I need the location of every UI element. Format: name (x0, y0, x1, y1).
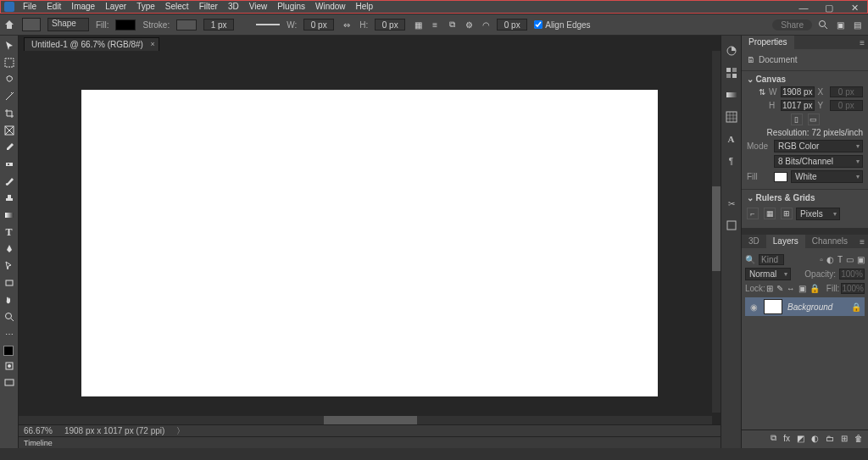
patterns-panel-icon[interactable] (725, 110, 738, 124)
zoom-tool-icon[interactable] (1, 308, 18, 325)
fg-color-icon[interactable] (3, 346, 14, 356)
swatches-panel-icon[interactable] (725, 66, 738, 80)
pen-tool-icon[interactable] (1, 241, 18, 258)
grid-icon[interactable]: ▦ (764, 208, 776, 219)
menu-filter[interactable]: Filter (194, 1, 223, 13)
stroke-color-swatch[interactable] (176, 19, 197, 30)
search-icon[interactable]: 🔍 (745, 255, 755, 264)
fg-bg-color-swatch[interactable] (3, 346, 15, 357)
marquee-tool-icon[interactable] (1, 54, 18, 71)
filter-shape-icon[interactable]: ▭ (846, 255, 854, 264)
quickmask-icon[interactable] (1, 357, 18, 374)
guides-icon[interactable]: ⊞ (781, 208, 793, 219)
canvas-height-input[interactable]: 1017 px (781, 100, 815, 111)
lock-all-icon[interactable]: 🔒 (810, 284, 820, 293)
gear-icon[interactable]: ⚙ (463, 19, 475, 30)
menu-type[interactable]: Type (131, 1, 160, 13)
window-minimize-button[interactable]: — (791, 1, 816, 14)
filter-adjust-icon[interactable]: ◐ (826, 255, 834, 264)
radius-icon[interactable]: ◠ (480, 19, 492, 30)
frame-tool-icon[interactable] (1, 122, 18, 139)
gradient-tool-icon[interactable] (1, 207, 18, 224)
h-scroll-thumb[interactable] (324, 416, 417, 424)
screenmode-icon[interactable] (1, 374, 18, 391)
layer-thumbnail[interactable] (764, 299, 782, 314)
tool-preset-swatch[interactable] (22, 18, 41, 31)
canvas-viewport[interactable] (19, 51, 721, 424)
menu-file[interactable]: File (18, 1, 42, 13)
menu-view[interactable]: View (244, 1, 273, 13)
layer-mask-icon[interactable]: ◩ (797, 434, 804, 443)
menu-window[interactable]: Window (310, 1, 351, 13)
gradients-panel-icon[interactable] (725, 88, 738, 102)
stroke-width-input[interactable]: 1 px (203, 19, 234, 30)
panel-menu-icon[interactable]: ≡ (856, 237, 868, 247)
lock-icon[interactable]: 🔒 (851, 302, 861, 312)
workspace-icon[interactable]: ▣ (834, 19, 846, 30)
canvas-width-input[interactable]: 1908 px (781, 86, 815, 97)
path-align-icon[interactable]: ≡ (429, 19, 441, 30)
path-select-tool-icon[interactable] (1, 258, 18, 274)
stroke-style-preview[interactable] (256, 24, 280, 25)
align-edges-input[interactable] (534, 20, 542, 29)
crop-tool-icon[interactable] (1, 105, 18, 122)
tool-mode-select[interactable]: Shape (47, 18, 89, 31)
menu-help[interactable]: Help (351, 1, 379, 13)
new-group-icon[interactable]: 🗀 (826, 434, 834, 443)
link-wh-icon[interactable]: ⇔ (341, 19, 353, 30)
share-button[interactable]: Share (772, 19, 812, 30)
vertical-scrollbar[interactable] (712, 51, 721, 413)
shape-tool-icon[interactable] (1, 274, 18, 291)
layer-style-icon[interactable]: fx (783, 434, 790, 443)
orientation-icon[interactable]: ⇅ (759, 87, 765, 97)
character-panel-icon[interactable]: A (725, 132, 738, 146)
timeline-panel[interactable]: Timeline (19, 436, 721, 448)
ruler-icon[interactable]: ⌐ (747, 208, 759, 219)
link-layers-icon[interactable]: ⧉ (771, 433, 776, 443)
document-tab[interactable]: Untitled-1 @ 66.7% (RGB/8#) × (24, 37, 159, 51)
blend-mode-select[interactable]: Normal (745, 268, 791, 280)
color-mode-select[interactable]: RGB Color (774, 140, 863, 152)
filter-pixel-icon[interactable]: ▫ (820, 255, 823, 264)
filter-smart-icon[interactable]: ▣ (857, 255, 865, 264)
lock-artboard-icon[interactable]: ▣ (798, 284, 806, 293)
window-close-button[interactable]: ✕ (842, 1, 867, 14)
delete-layer-icon[interactable]: 🗑 (854, 434, 863, 443)
libraries-panel-icon[interactable] (725, 219, 738, 232)
v-scroll-thumb[interactable] (712, 186, 721, 271)
document-canvas[interactable] (81, 90, 658, 396)
heal-tool-icon[interactable] (1, 156, 18, 173)
more-tools-icon[interactable]: ⋯ (1, 325, 18, 342)
statusbar-chevron-icon[interactable]: 〉 (176, 425, 185, 437)
path-arrange-icon[interactable]: ⧉ (446, 19, 458, 30)
close-icon[interactable]: × (151, 40, 155, 48)
tab-3d[interactable]: 3D (742, 235, 766, 248)
new-layer-icon[interactable]: ⊞ (841, 434, 848, 443)
menu-select[interactable]: Select (160, 1, 194, 13)
visibility-icon[interactable]: ◉ (748, 302, 759, 312)
zoom-level[interactable]: 66.67% (24, 426, 53, 435)
search-icon[interactable] (817, 19, 829, 30)
chevron-down-icon[interactable]: ⌄ (747, 193, 754, 202)
menu-layer[interactable]: Layer (100, 1, 131, 13)
stamp-tool-icon[interactable] (1, 190, 18, 207)
bit-depth-select[interactable]: 8 Bits/Channel (774, 155, 863, 168)
home-icon[interactable] (3, 19, 15, 30)
opacity-input[interactable]: 100% (839, 269, 865, 280)
filter-type-icon[interactable]: T (837, 255, 843, 264)
eyedropper-tool-icon[interactable] (1, 139, 18, 156)
layer-name[interactable]: Background (787, 302, 832, 312)
lock-transparency-icon[interactable]: ⊞ (766, 284, 773, 293)
lasso-tool-icon[interactable] (1, 71, 18, 88)
chevron-down-icon[interactable]: ⌄ (747, 75, 754, 84)
wand-tool-icon[interactable] (1, 88, 18, 105)
radius-input[interactable]: 0 px (497, 19, 527, 30)
layer-row[interactable]: ◉ Background 🔒 (745, 297, 865, 316)
portrait-icon[interactable]: ▯ (791, 114, 803, 125)
ruler-unit-select[interactable]: Pixels (796, 208, 840, 220)
hand-tool-icon[interactable] (1, 291, 18, 308)
horizontal-scrollbar[interactable] (19, 416, 712, 424)
canvas-fill-select[interactable]: White (791, 170, 863, 183)
align-edges-checkbox[interactable]: Align Edges (534, 20, 590, 30)
tab-layers[interactable]: Layers (766, 235, 805, 248)
